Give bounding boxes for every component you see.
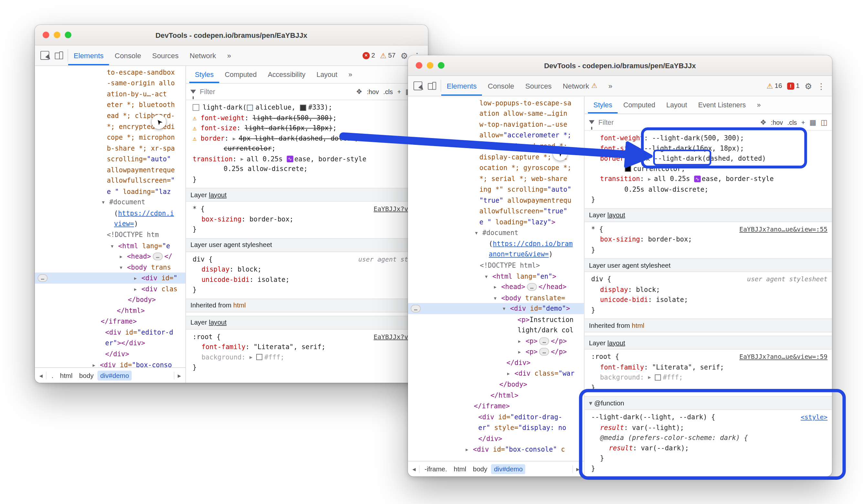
code-line[interactable]: display: block; xyxy=(585,284,832,295)
tk-link[interactable]: https://cdpn.i xyxy=(118,209,174,217)
tab-computed[interactable]: Computed xyxy=(219,66,262,83)
code-line[interactable]: font-family: "Literata", serif; xyxy=(186,342,428,352)
code-line[interactable]: } xyxy=(585,305,832,315)
tab-styles[interactable]: Styles xyxy=(189,66,219,83)
tk-exp[interactable]: ▶ xyxy=(241,156,247,162)
code-line[interactable]: -same-origin allo xyxy=(35,78,185,89)
code-line[interactable]: <div id="editor-drag- xyxy=(408,412,584,422)
code-line[interactable]: allowpaymentreque xyxy=(35,164,185,175)
styles-section-header[interactable]: Inherited from html xyxy=(585,319,832,332)
tk-exp[interactable]: ▶ xyxy=(632,156,638,161)
tk-tar[interactable]: ▾ xyxy=(484,272,492,280)
code-line[interactable]: ▸ <head>…</ xyxy=(35,251,185,262)
code-line[interactable]: 0.25s allow-discrete; xyxy=(585,184,832,195)
code-line[interactable]: ▾ #document xyxy=(35,197,185,208)
code-line[interactable]: background: ▶ #fff; xyxy=(186,352,428,362)
breadcrumb-item[interactable]: -iframe. xyxy=(422,464,450,474)
code-line[interactable]: </div> xyxy=(408,357,584,368)
filter-chip[interactable]: .cls xyxy=(787,119,797,126)
layers-icon[interactable]: ❖ xyxy=(760,119,767,126)
tab--[interactable]: » xyxy=(751,96,766,113)
code-line[interactable]: :root {EaYBJJx?view= xyxy=(186,332,428,342)
code-line[interactable]: w-top-navigation-…-use xyxy=(408,119,584,130)
minimize-window-button[interactable] xyxy=(54,32,60,39)
tk-tar[interactable]: ▾ xyxy=(502,305,510,313)
device-toolbar-icon[interactable] xyxy=(428,82,436,90)
breadcrumb-item[interactable]: body xyxy=(470,464,490,474)
tab--[interactable]: » xyxy=(221,46,237,65)
code-line[interactable]: ▾ <body trans xyxy=(35,262,185,273)
tk-tar[interactable]: ▸ xyxy=(507,370,515,377)
tk-sw[interactable] xyxy=(256,354,262,360)
tab-console[interactable]: Console xyxy=(482,76,520,96)
breadcrumb-item[interactable]: html xyxy=(57,370,75,380)
close-window-button[interactable] xyxy=(416,62,423,69)
breadcrumb-item[interactable]: body xyxy=(76,370,96,380)
tk-link[interactable]: view= xyxy=(114,220,134,228)
breadcrumb-item[interactable]: div#demo xyxy=(97,370,132,380)
tk-morepill[interactable]: … xyxy=(527,283,537,291)
code-line[interactable]: ▸ <p>…</p> xyxy=(408,335,584,346)
code-line[interactable]: light-dark(aliceblue, #333); xyxy=(186,102,428,113)
grid-icon[interactable]: ▦ xyxy=(809,119,816,126)
code-line[interactable]: to-escape-sandbox xyxy=(35,67,185,78)
code-line[interactable]: @media (prefers-color-scheme: dark) { xyxy=(585,433,832,443)
code-line[interactable]: ▾ <html lang="en"> xyxy=(408,271,584,281)
settings-gear-icon[interactable]: ⚙ xyxy=(401,51,408,60)
titlebar[interactable]: DevTools - codepen.io/bramus/pen/EaYBJJx xyxy=(35,25,428,45)
code-line[interactable]: } xyxy=(186,174,428,184)
code-line[interactable]: font-size: --light-dark(16px, 18px); xyxy=(585,143,832,153)
code-line[interactable]: display: block; xyxy=(186,264,428,274)
code-line[interactable]: "true" allowpaymentrequ xyxy=(408,195,584,205)
code-line[interactable]: allowfullscreen=" xyxy=(35,175,185,186)
breadcrumb-back-icon[interactable]: ◂ xyxy=(409,465,420,473)
code-line[interactable]: 0.25s allow-discrete; xyxy=(186,164,428,174)
tk-morepill-out[interactable]: … xyxy=(38,274,48,282)
close-window-button[interactable] xyxy=(43,32,49,39)
code-line[interactable]: ▾ #document xyxy=(408,227,584,238)
tk-easeic[interactable]: ∿ xyxy=(694,176,701,183)
tk-tar[interactable]: ▾ xyxy=(589,399,594,407)
styles-section-header[interactable]: Layer user agent stylesheet xyxy=(585,258,832,272)
tk-seclink[interactable]: layout xyxy=(209,191,227,199)
filter-chip[interactable]: :hov xyxy=(367,88,379,95)
code-line[interactable]: ation allow-same-…igin xyxy=(408,108,584,119)
styles-filter-input[interactable]: Filter xyxy=(200,88,216,96)
tk-sw[interactable] xyxy=(300,104,306,111)
code-line[interactable]: </div> xyxy=(408,433,584,444)
styles-section-header[interactable]: Layer layout xyxy=(186,188,428,202)
code-line[interactable]: low-popups-to-escape-sa xyxy=(408,98,584,108)
tk-tar[interactable]: ▸ xyxy=(517,348,526,356)
zoom-window-button[interactable] xyxy=(65,32,71,39)
tab-network[interactable]: Network xyxy=(184,46,221,65)
tab-elements[interactable]: Elements xyxy=(68,46,109,65)
code-line[interactable]: } xyxy=(186,362,428,373)
code-line[interactable]: :root {EaYBJJx?ano…ue&view=:59 xyxy=(585,352,832,362)
tk-morepill[interactable]: … xyxy=(539,337,549,345)
code-line[interactable]: box-sizing: border-box; xyxy=(585,234,832,245)
code-line[interactable]: transition: ▶ all 0.25s ∿ease, border-st… xyxy=(585,174,832,184)
code-line[interactable]: ▸ <div class="war xyxy=(408,368,584,379)
code-line[interactable]: e " loading="laz xyxy=(35,186,185,197)
code-line[interactable]: } xyxy=(186,224,428,235)
code-line[interactable]: ▾ <body translate= xyxy=(408,292,584,303)
code-line[interactable]: ▸ <div clas xyxy=(35,283,185,294)
code-line[interactable]: …▸ <div id=" xyxy=(35,273,185,283)
tk-tar[interactable]: ▾ xyxy=(119,263,127,271)
code-line[interactable]: ⚠ font-size: light-dark(16px, 18px); xyxy=(186,123,428,133)
code-line[interactable]: unicode-bidi: isolate; xyxy=(186,274,428,285)
tk-sw[interactable] xyxy=(247,104,253,111)
code-line[interactable]: div {user agent stylesheet xyxy=(585,274,832,284)
code-line[interactable]: currentcolor; xyxy=(585,164,832,174)
tk-exp[interactable]: ▶ xyxy=(249,354,256,360)
tk-exp[interactable]: ▶ xyxy=(648,375,654,380)
inspect-element-icon[interactable] xyxy=(40,51,49,60)
tk-sw[interactable] xyxy=(625,166,631,172)
source-link[interactable]: <style> xyxy=(801,413,832,421)
code-line[interactable]: --light-dark(--light, --dark) {<style> xyxy=(585,412,832,423)
tab-layout[interactable]: Layout xyxy=(311,66,343,83)
tab-computed[interactable]: Computed xyxy=(618,96,661,113)
tk-seclink[interactable]: layout xyxy=(607,339,625,346)
code-line[interactable]: anon=true&view=) xyxy=(408,249,584,260)
tk-link[interactable]: https://cdpn.io/bram xyxy=(493,240,573,248)
